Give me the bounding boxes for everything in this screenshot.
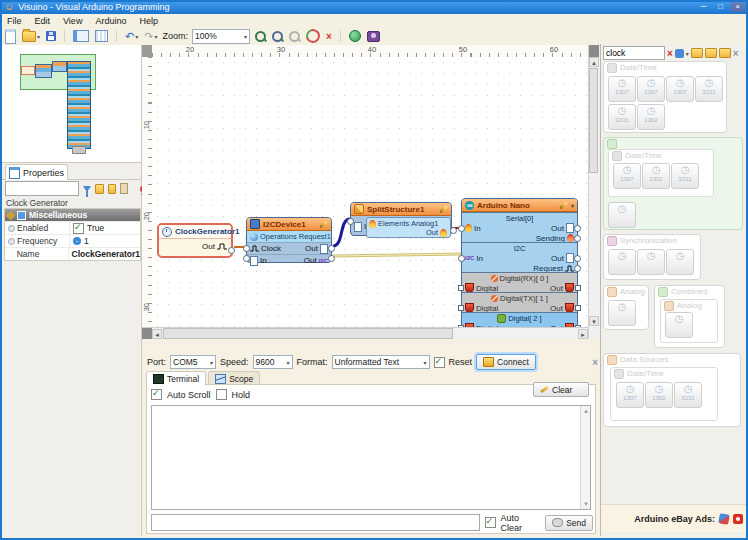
- i2c-clock-pin[interactable]: [243, 245, 250, 252]
- serial-sending-pin[interactable]: [574, 235, 581, 242]
- open-project-button[interactable]: ▾: [21, 29, 41, 43]
- clear-button[interactable]: Clear: [533, 382, 589, 397]
- ads-tools-icon[interactable]: [718, 513, 730, 525]
- arrange-properties-icon[interactable]: [120, 183, 128, 194]
- zoom-combobox[interactable]: 100%▾: [192, 29, 250, 44]
- edit-pencil-icon[interactable]: [559, 201, 568, 209]
- property-category-row[interactable]: Miscellaneous: [5, 209, 140, 221]
- digital-tx1-out-pin[interactable]: [575, 305, 581, 311]
- terminal-scroll-down[interactable]: ▾: [581, 499, 591, 509]
- palette-tile[interactable]: ◷: [666, 249, 694, 275]
- properties-filter-input[interactable]: [5, 181, 79, 196]
- property-value-frequency[interactable]: - 1: [69, 235, 140, 247]
- scroll-down-button[interactable]: ▾: [589, 316, 599, 326]
- i2c-operations-row[interactable]: Operations Request1: [247, 231, 331, 242]
- palette-tile[interactable]: ◷1302: [637, 104, 665, 130]
- palette-tile[interactable]: ◷: [608, 249, 636, 275]
- i2c-in-pin[interactable]: [243, 255, 250, 262]
- auto-scroll-checkbox[interactable]: [151, 389, 162, 400]
- collapse-property-icon[interactable]: -: [73, 237, 81, 245]
- menu-help[interactable]: Help: [139, 16, 158, 26]
- zoom-dropdown-icon[interactable]: ▾: [244, 33, 247, 40]
- toggle-grid-button[interactable]: [94, 29, 109, 43]
- snapshot-button[interactable]: [366, 29, 381, 43]
- scroll-right-button[interactable]: ▸: [578, 329, 588, 339]
- palette-tile[interactable]: ◷3231: [695, 76, 723, 102]
- group-caption-row[interactable]: Analog: [604, 286, 648, 297]
- palette-tile[interactable]: ◷3231: [674, 382, 702, 408]
- subgroup-caption-row[interactable]: Date/Time: [609, 150, 713, 161]
- canvas-vertical-scrollbar[interactable]: ▴ ▾: [588, 45, 599, 338]
- clockgenerator-out-pin[interactable]: [228, 247, 235, 254]
- terminal-scroll-up[interactable]: ▴: [581, 406, 591, 416]
- elements-analog1[interactable]: Elements Analog1 Out: [366, 217, 451, 238]
- serial-out-pin[interactable]: [574, 225, 581, 232]
- menu-edit[interactable]: Edit: [35, 16, 51, 26]
- collapse-categories-icon[interactable]: [95, 184, 104, 194]
- palette-tile[interactable]: ◷: [608, 300, 636, 326]
- toggle-panels-button[interactable]: [72, 29, 90, 43]
- palette-tile[interactable]: ◷3231: [671, 163, 699, 189]
- palette-tile[interactable]: ◷: [608, 202, 636, 228]
- palette-tile[interactable]: ◷: [665, 312, 693, 338]
- component-clockgenerator1[interactable]: ClockGenerator1 Out: [157, 223, 233, 258]
- zoom-reset-button[interactable]: [288, 29, 301, 43]
- menu-view[interactable]: View: [63, 16, 82, 26]
- filter-mode-icon[interactable]: [675, 49, 684, 58]
- group-caption-row[interactable]: Combined: [655, 286, 724, 297]
- palette-tile[interactable]: ◷1307: [616, 382, 644, 408]
- arduino-i2c-in-pin[interactable]: [458, 255, 465, 262]
- i2c-out1-pin[interactable]: [328, 245, 335, 252]
- palette-tile[interactable]: ◷: [637, 249, 665, 275]
- expand-categories-icon[interactable]: [108, 184, 117, 194]
- close-palette-icon[interactable]: ×: [733, 48, 739, 59]
- digital-rx0-out-pin[interactable]: [575, 285, 581, 291]
- i2c-out2-pin[interactable]: [328, 255, 335, 262]
- terminal-scrollbar[interactable]: ▴ ▾: [580, 406, 590, 509]
- ads-close-icon[interactable]: [733, 514, 743, 524]
- component-splitstructure1[interactable]: SplitStructure1 In Elements Analog1 Out: [350, 202, 452, 236]
- speed-combobox[interactable]: 9600▾: [253, 355, 293, 369]
- redo-button[interactable]: ↷▾: [143, 29, 158, 43]
- expand-all-icon[interactable]: [719, 48, 731, 58]
- zoom-out-button[interactable]: [271, 29, 284, 43]
- enabled-checkbox[interactable]: [73, 223, 84, 234]
- delete-button[interactable]: ×: [325, 29, 333, 43]
- palette-tile[interactable]: ◷1302: [645, 382, 673, 408]
- web-button[interactable]: [348, 29, 362, 43]
- elements-out-pin[interactable]: [450, 227, 457, 234]
- tab-terminal[interactable]: Terminal: [146, 371, 206, 386]
- group-caption-row[interactable]: Synchronization: [604, 235, 700, 246]
- undo-dropdown-icon[interactable]: ▾: [135, 33, 138, 40]
- digital-rx0-in-pin[interactable]: [458, 285, 464, 291]
- new-category-icon[interactable]: [691, 48, 703, 58]
- palette-tile[interactable]: ◷1307: [666, 76, 694, 102]
- minimap[interactable]: [2, 45, 141, 163]
- collapse-all-icon[interactable]: [705, 48, 717, 58]
- serial-in-pin[interactable]: [458, 225, 465, 232]
- vertical-scroll-thumb[interactable]: [589, 68, 598, 173]
- minimize-button[interactable]: ─: [696, 1, 711, 12]
- arduino-i2c-out-pin[interactable]: [574, 255, 581, 262]
- component-arduino-nano[interactable]: ∞ Arduino Nano ▾ Serial[0] In Out Sendin…: [461, 198, 578, 327]
- digital-tx1-in-pin[interactable]: [458, 305, 464, 311]
- palette-tile[interactable]: ◷1307: [608, 76, 636, 102]
- port-combobox[interactable]: COM5▾: [170, 355, 216, 369]
- connect-button[interactable]: Connect: [476, 354, 536, 370]
- refresh-button[interactable]: [305, 29, 321, 43]
- edit-pencil-icon[interactable]: [319, 220, 328, 228]
- subgroup-caption-row[interactable]: Date/Time: [611, 368, 717, 379]
- split-in-pin[interactable]: [347, 218, 354, 225]
- open-dropdown-icon[interactable]: ▾: [37, 33, 40, 40]
- new-project-button[interactable]: [4, 29, 17, 43]
- design-canvas[interactable]: ClockGenerator1 Out I2CDevice1: [152, 57, 588, 327]
- undo-button[interactable]: ↶▾: [124, 29, 139, 43]
- close-terminal-icon[interactable]: ×: [592, 357, 598, 368]
- filter-icon[interactable]: [83, 186, 91, 192]
- arduino-dropdown-icon[interactable]: ▾: [571, 202, 574, 209]
- tab-properties[interactable]: Properties: [5, 164, 68, 180]
- reset-checkbox[interactable]: [434, 357, 445, 368]
- digital2-out-pin[interactable]: [575, 325, 581, 327]
- redo-dropdown-icon[interactable]: ▾: [154, 33, 157, 40]
- subgroup-caption-row[interactable]: Analog: [661, 300, 717, 311]
